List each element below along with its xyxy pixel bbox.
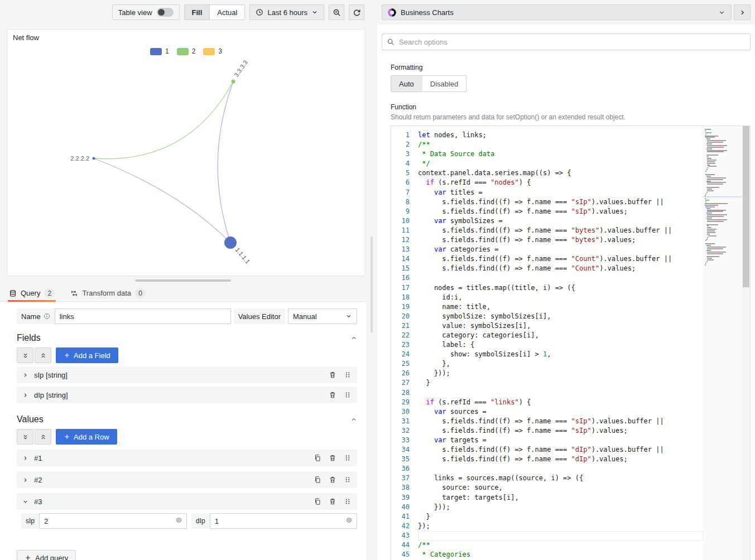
legend-item[interactable]: 1	[150, 47, 169, 55]
collapse-options-pane-button[interactable]	[734, 4, 751, 20]
code-line: let nodes, links;	[418, 131, 703, 140]
drag-handle-icon[interactable]	[344, 454, 352, 462]
table-view-control: Table view	[112, 4, 180, 20]
time-range-picker[interactable]: Last 6 hours	[249, 4, 324, 20]
splitter-handle[interactable]	[371, 236, 373, 332]
trash-icon[interactable]	[329, 391, 336, 399]
code-line: s.fields.find((f) => f.name === "bytes")…	[418, 235, 703, 245]
drag-handle-icon[interactable]	[344, 391, 352, 399]
value-row-expanded[interactable]: #3	[17, 493, 357, 510]
code-line: value: symbolSizes[i],	[418, 321, 703, 331]
table-view-label: Table view	[118, 8, 152, 17]
expand-all-fields-button[interactable]	[35, 347, 51, 363]
drag-handle-icon[interactable]	[344, 371, 352, 379]
actual-button[interactable]: Actual	[209, 5, 244, 20]
query-editor: Name Values Editor Manual Fields	[0, 302, 366, 560]
editor-scrollbar	[742, 126, 750, 560]
editor-line-numbers: 1234567891011121314151617181920212223242…	[391, 126, 418, 560]
search-options-input[interactable]	[382, 33, 751, 50]
search-icon	[387, 38, 395, 46]
add-field-button[interactable]: Add a Field	[56, 347, 118, 363]
code-line: var targets =	[418, 436, 703, 445]
toolbar-left: Table view Fill Actual Last 6 hours	[0, 0, 377, 25]
database-icon	[9, 289, 17, 297]
graph-node[interactable]	[93, 157, 95, 160]
drag-handle-icon[interactable]	[344, 476, 352, 484]
drag-handle-icon[interactable]	[344, 498, 352, 505]
values-editor-select[interactable]: Manual	[288, 308, 357, 324]
fill-button[interactable]: Fill	[185, 5, 210, 20]
table-view-toggle[interactable]	[157, 8, 174, 17]
collapse-section-icon[interactable]	[350, 335, 357, 341]
options-pane: Formatting AutoDisabled Function Should …	[377, 25, 755, 560]
tab-query[interactable]: Query 2	[8, 285, 56, 301]
code-line: }));	[418, 503, 703, 512]
graph-chart[interactable]: 3.3.3.32.2.2.21.1.1.1	[7, 30, 365, 276]
trash-icon[interactable]	[329, 498, 336, 505]
editor-scrollbar-thumb[interactable]	[743, 126, 749, 287]
copy-icon[interactable]	[314, 498, 321, 505]
legend-label: 1	[165, 47, 169, 55]
tab-transform-data[interactable]: Transform data 0	[69, 285, 147, 301]
formatting-option-auto[interactable]: Auto	[391, 76, 422, 91]
value-row[interactable]: #2	[17, 471, 357, 488]
trash-icon[interactable]	[329, 454, 336, 462]
graph-edge[interactable]	[94, 81, 233, 159]
value-input[interactable]	[39, 513, 187, 529]
formatting-radio-group: AutoDisabled	[391, 75, 467, 92]
code-line: target: targets[i],	[418, 493, 703, 503]
editor-code-area[interactable]: let nodes, links;/** * Data Source data …	[418, 126, 703, 560]
add-row-button[interactable]: Add a Row	[56, 429, 117, 445]
refresh-button[interactable]	[349, 4, 364, 20]
trash-icon[interactable]	[329, 371, 336, 379]
code-line: links = sources.map((source, i) => ({	[418, 474, 703, 483]
code-line: category: categories[i],	[418, 331, 703, 340]
code-line: var symbolSizes =	[418, 216, 703, 226]
chart-legend: 1 2 3	[7, 47, 365, 55]
add-query-button[interactable]: Add query	[17, 550, 76, 560]
net-flow-panel: Net flow 3.3.3.32.2.2.21.1.1.1 1 2 3	[7, 29, 366, 276]
value-row[interactable]: #1	[17, 450, 357, 466]
editor-minimap[interactable]	[703, 126, 742, 560]
circle-dot-icon[interactable]	[346, 517, 352, 523]
collapse-section-icon[interactable]	[350, 416, 357, 423]
expand-all-rows-button[interactable]	[35, 429, 51, 445]
collapse-all-fields-button[interactable]	[17, 347, 33, 363]
chevron-right-icon	[22, 477, 28, 483]
pane-splitter	[366, 25, 377, 560]
legend-item[interactable]: 3	[203, 47, 222, 55]
copy-icon[interactable]	[314, 454, 321, 462]
graph-node[interactable]	[232, 80, 235, 84]
field-row-label: sIp [string]	[34, 371, 323, 379]
tab-transform-label: Transform data	[82, 289, 131, 297]
query-name-input[interactable]	[55, 308, 231, 324]
legend-item[interactable]: 2	[177, 47, 196, 55]
function-label: Function	[391, 103, 751, 111]
field-row[interactable]: dIp [string]	[17, 387, 357, 403]
graph-node-label: 3.3.3.3	[233, 59, 249, 78]
graph-node[interactable]	[224, 236, 237, 249]
info-icon	[44, 313, 50, 320]
value-input[interactable]	[210, 513, 357, 529]
legend-swatch	[203, 48, 215, 55]
code-line: s.fields.find((f) => f.name === "dIp").v…	[418, 455, 703, 464]
field-row[interactable]: sIp [string]	[17, 366, 357, 383]
graph-edge[interactable]	[94, 158, 230, 243]
chevron-down-icon	[22, 499, 28, 505]
time-range-label: Last 6 hours	[267, 8, 307, 17]
refresh-icon	[353, 8, 361, 17]
visualization-select[interactable]: Business Charts	[382, 4, 732, 20]
code-line: s.fields.find((f) => f.name === "sIp").v…	[418, 417, 703, 426]
pane-size-switch: Fill Actual	[184, 4, 246, 20]
collapse-all-rows-button[interactable]	[17, 429, 33, 445]
time-zoom-out-button[interactable]	[329, 4, 344, 20]
formatting-option-disabled[interactable]: Disabled	[422, 76, 467, 91]
trash-icon[interactable]	[329, 476, 336, 484]
plus-icon	[25, 554, 31, 560]
code-line: });	[418, 522, 703, 531]
graph-edge[interactable]	[218, 81, 233, 243]
panel-resize-handle[interactable]	[135, 279, 231, 282]
copy-icon[interactable]	[314, 476, 321, 484]
circle-dot-icon[interactable]	[176, 517, 182, 523]
values-editor-label: Values Editor	[234, 308, 285, 324]
